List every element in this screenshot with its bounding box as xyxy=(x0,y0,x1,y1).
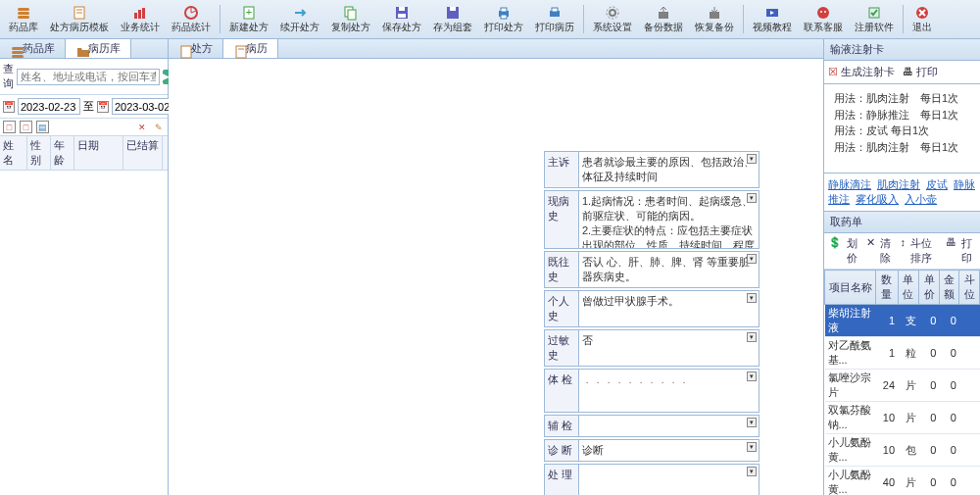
form-field-个人史[interactable]: 曾做过甲状腺手术。▾ xyxy=(579,290,760,327)
toolbar-label: 注册软件 xyxy=(855,21,894,34)
toolbar-restore[interactable]: 恢复备份 xyxy=(690,2,739,36)
date-from-calendar-icon[interactable]: 📅 xyxy=(3,101,15,113)
toolbar-copy[interactable]: 复制处方 xyxy=(326,2,375,36)
rx-icon xyxy=(178,44,188,54)
med-header[interactable]: 数量 xyxy=(876,271,898,305)
list-header[interactable]: 年龄 xyxy=(51,136,74,170)
toolbar-save[interactable]: 保存处方 xyxy=(377,2,426,36)
med-list-header: 取药单 xyxy=(824,212,980,233)
backup-icon xyxy=(655,4,672,21)
toolbar-label: 退出 xyxy=(912,21,932,34)
center-tab-rx[interactable]: 处方 xyxy=(169,39,223,58)
med-header[interactable]: 项目名称 xyxy=(825,271,876,305)
form-field-诊 断[interactable]: 诊断▾ xyxy=(579,439,760,462)
svg-point-24 xyxy=(610,10,615,16)
qq-icon xyxy=(814,4,832,21)
dropdown-icon[interactable]: ▾ xyxy=(747,293,757,303)
med-row[interactable]: 氯唑沙宗片24片00 xyxy=(825,370,980,402)
mini-btn-1[interactable]: □ xyxy=(3,121,16,133)
med-row[interactable]: 小儿氨酚黄...10包00 xyxy=(825,434,980,467)
db-icon xyxy=(10,44,20,54)
dropdown-icon[interactable]: ▾ xyxy=(747,193,757,203)
restore-icon xyxy=(706,4,723,21)
toolbar-print2[interactable]: 打印病历 xyxy=(530,2,579,36)
toolbar-gear[interactable]: 系统设置 xyxy=(588,2,637,36)
form-field-辅 检[interactable]: ▾ xyxy=(579,415,760,437)
toolbar-new[interactable]: +新建处方 xyxy=(224,2,273,36)
date-to-input[interactable] xyxy=(112,98,174,115)
toolbar-backup[interactable]: 备份数据 xyxy=(639,2,688,36)
dropdown-icon[interactable]: ▾ xyxy=(747,442,757,452)
dropdown-icon[interactable]: ▾ xyxy=(747,154,757,164)
toolbar-label: 恢复备份 xyxy=(695,21,734,34)
print-injection-card-button[interactable]: 打印 xyxy=(916,66,938,77)
svg-rect-23 xyxy=(552,8,558,12)
left-tab-db[interactable]: 药品库 xyxy=(0,39,66,58)
toolbar-exit[interactable]: 退出 xyxy=(907,2,937,36)
clear-button[interactable]: 清除 xyxy=(880,236,895,266)
form-field-主诉[interactable]: 患者就诊最主要的原因、包括政治、体征及持续时间▾ xyxy=(579,151,760,188)
med-row[interactable]: 双氯芬酸钠...10片00 xyxy=(825,402,980,434)
toolbar-chart[interactable]: 业务统计 xyxy=(116,2,165,36)
link-皮试[interactable]: 皮试 xyxy=(926,178,948,190)
dropdown-icon[interactable]: ▾ xyxy=(747,418,757,427)
mini-btn-del[interactable]: ✕ xyxy=(135,121,148,133)
dropdown-icon[interactable]: ▾ xyxy=(747,254,757,264)
price-icon: 💲 xyxy=(828,236,842,266)
svg-rect-21 xyxy=(501,15,507,19)
med-row[interactable]: 对乙酰氨基...1粒00 xyxy=(825,337,980,370)
exit-icon xyxy=(913,4,931,21)
toolbar-cont[interactable]: 续开处方 xyxy=(275,2,324,36)
link-肌肉注射[interactable]: 肌肉注射 xyxy=(877,178,920,190)
toolbar-label: 复制处方 xyxy=(331,21,370,34)
date-from-input[interactable] xyxy=(18,98,80,115)
search-input[interactable] xyxy=(17,69,160,85)
toolbar-savegrp[interactable]: 存为组套 xyxy=(428,2,477,36)
mini-btn-2[interactable]: □ xyxy=(20,121,32,133)
form-label: 现病史 xyxy=(544,190,579,249)
list-header[interactable]: 日期 xyxy=(74,136,123,170)
form-field-既往史[interactable]: 否认 心、肝、肺、脾、肾 等重要脏器疾病史。▾ xyxy=(579,251,760,288)
mini-btn-3[interactable]: ▤ xyxy=(36,121,49,133)
toolbar-reg[interactable]: 注册软件 xyxy=(850,2,899,36)
form-field-过敏史[interactable]: 否▾ xyxy=(579,329,760,367)
center-tab-rec[interactable]: 病历 xyxy=(223,39,278,58)
list-header[interactable]: 姓名 xyxy=(0,136,27,170)
toolbar-print[interactable]: 打印处方 xyxy=(479,2,528,36)
toolbar-video[interactable]: 视频教程 xyxy=(748,2,797,36)
toolbar-tmpl[interactable]: 处方病历模板 xyxy=(45,2,114,36)
link-雾化吸入[interactable]: 雾化吸入 xyxy=(856,193,899,205)
copy-icon xyxy=(342,4,360,21)
toolbar-qq[interactable]: 联系客服 xyxy=(799,2,848,36)
med-header[interactable]: 单位 xyxy=(898,271,919,305)
med-row[interactable]: 小儿氨酚黄...40片00 xyxy=(825,467,980,496)
toolbar-label: 新建处方 xyxy=(229,21,269,34)
link-入小壶[interactable]: 入小壶 xyxy=(905,193,937,205)
price-button[interactable]: 划价 xyxy=(847,236,861,266)
left-tab-folder[interactable]: 病历库 xyxy=(66,39,131,58)
toolbar-db[interactable]: 药品库 xyxy=(4,2,43,36)
dropdown-icon[interactable]: ▾ xyxy=(747,371,757,381)
toolbar-chart2[interactable]: 药品统计 xyxy=(167,2,216,36)
med-row[interactable]: 柴胡注射液1支00 xyxy=(825,305,980,337)
form-field-体 检[interactable]: ﹒﹒﹒﹒﹒﹒﹒﹒﹒﹒▾ xyxy=(579,369,760,413)
print-med-button[interactable]: 打印 xyxy=(961,236,976,266)
toolbar-label: 药品统计 xyxy=(172,21,211,34)
date-to-calendar-icon[interactable]: 📅 xyxy=(97,101,109,113)
dropdown-icon[interactable]: ▾ xyxy=(747,332,757,342)
list-header[interactable]: 已结算 xyxy=(123,136,163,170)
link-静脉滴注[interactable]: 静脉滴注 xyxy=(828,178,871,190)
gen-injection-card-button[interactable]: 生成注射卡 xyxy=(841,66,895,77)
med-header[interactable]: 斗位 xyxy=(959,271,980,305)
med-header[interactable]: 单价 xyxy=(919,271,940,305)
list-header[interactable]: 性别 xyxy=(27,136,51,170)
svg-point-30 xyxy=(817,7,829,19)
mini-btn-pen[interactable]: ✎ xyxy=(152,121,165,133)
med-header[interactable]: 金额 xyxy=(939,271,959,305)
sort-button[interactable]: 斗位排序 xyxy=(910,236,941,266)
dropdown-icon[interactable]: ▾ xyxy=(747,467,757,476)
form-field-处 理[interactable]: ▾ xyxy=(579,464,760,495)
checkbox-icon[interactable]: ☒ xyxy=(828,66,838,77)
svg-point-32 xyxy=(824,11,826,13)
form-field-现病史[interactable]: 1.起病情况：患者时间、起病缓急、前驱症状、可能的病因。 2.主要症状的特点：应… xyxy=(579,190,760,249)
